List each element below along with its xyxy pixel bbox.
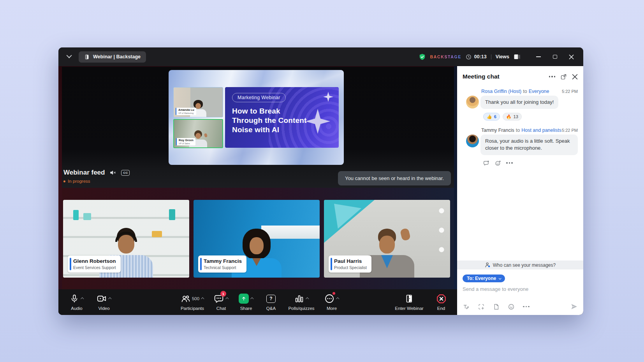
close-chat-icon[interactable] — [572, 74, 578, 80]
desktop-background: Webinar | Backstage BACKSTAGE 00:13 View… — [0, 0, 644, 362]
participants-icon — [181, 294, 190, 304]
panelist-title: Technical Support — [204, 265, 242, 270]
waving-hand — [400, 228, 411, 241]
name-badge: Tammy Francis Technical Support — [198, 255, 246, 273]
maximize-button[interactable] — [550, 52, 560, 62]
preview-speaker-title: VP of Marketing — [178, 112, 194, 114]
video-button[interactable]: Video — [90, 293, 118, 311]
video-tile-paul: Paul Harris Product Specialist — [324, 200, 450, 278]
message-header: Tammy Francis to Host and panelists 5:22… — [463, 128, 578, 133]
message-sender: Rosa Griffin (Host) — [481, 89, 521, 94]
audio-button[interactable]: Audio — [63, 293, 90, 311]
panelist-title: Product Specialist — [334, 265, 367, 270]
closed-captions-icon[interactable]: CC — [121, 170, 130, 176]
bar-chart-icon — [294, 294, 304, 304]
compose-toolbar — [463, 303, 578, 310]
chevron-up-icon[interactable] — [201, 297, 204, 300]
webinar-feed-preview: Amanda Lu VP of Marketing Roy Green — [169, 70, 344, 165]
emoji-icon[interactable] — [508, 303, 515, 310]
person-privacy-icon — [485, 262, 491, 268]
slide-heading: How to Break Through the Content Noise w… — [232, 107, 312, 135]
compose-more-icon[interactable] — [523, 304, 530, 309]
chevron-down-icon — [499, 277, 501, 280]
message-recipient[interactable]: Host and panelists — [521, 128, 561, 133]
chevron-up-icon[interactable] — [108, 297, 111, 300]
meeting-timer: 00:13 — [474, 54, 487, 59]
message-bubble: Thank you all for joining today! — [480, 96, 558, 109]
reaction-fire[interactable]: 🔥 13 — [503, 113, 522, 121]
recipient-selector[interactable]: To: Everyone — [463, 275, 505, 282]
in-progress-dot — [63, 180, 65, 182]
share-button[interactable]: Share — [234, 293, 259, 311]
chat-button[interactable]: 1 Chat — [209, 293, 234, 311]
chevron-up-icon[interactable] — [306, 297, 309, 300]
meeting-chat-panel: Meeting chat Rosa Griffin (Host) to Ever… — [457, 66, 583, 315]
control-toolbar: Audio Video — [58, 289, 457, 315]
polls-quizzes-button[interactable]: Polls/quizzes — [283, 293, 319, 311]
slide-pill: Marketing Webinar — [232, 93, 286, 102]
layout-views-icon[interactable] — [514, 54, 521, 60]
tab-webinar-backstage[interactable]: Webinar | Backstage — [79, 51, 146, 63]
minimize-button[interactable] — [533, 52, 544, 62]
send-icon — [570, 303, 578, 310]
slide-preview: Marketing Webinar How to Break Through t… — [225, 87, 339, 148]
chevron-up-icon[interactable] — [250, 297, 253, 300]
clock-icon — [466, 54, 472, 60]
in-progress-label: In progress — [68, 179, 90, 184]
privacy-label: Who can see your messages? — [493, 262, 556, 268]
message-recipient[interactable]: Everyone — [529, 89, 549, 94]
views-label[interactable]: Views — [496, 54, 509, 59]
cannot-be-seen-toast: You cannot be seen or heard in the webin… — [338, 171, 451, 185]
attach-file-icon[interactable] — [493, 303, 500, 310]
message-more-icon[interactable] — [506, 161, 513, 165]
preview-speaker-name: Roy Green — [179, 139, 194, 142]
avatar — [466, 96, 479, 108]
panelist-title: Event Services Support — [73, 265, 116, 270]
more-button[interactable]: More — [319, 293, 344, 311]
preview-speaker-roy: Roy Green VP of Sales — [173, 119, 223, 148]
name-badge: Paul Harris Product Specialist — [329, 255, 371, 273]
more-notification-dot — [333, 292, 335, 295]
chevron-down-icon[interactable] — [67, 53, 72, 58]
preview-speaker-title: VP of Sales — [179, 142, 194, 145]
message-time: 5:22 PM — [562, 89, 578, 94]
preview-speaker-amanda: Amanda Lu VP of Marketing — [173, 87, 223, 117]
participants-button[interactable]: 500 Participants — [176, 293, 209, 311]
close-button[interactable] — [566, 52, 576, 62]
add-reaction-icon[interactable] — [494, 160, 501, 166]
video-tile-tammy: Tammy Francis Technical Support — [194, 200, 320, 278]
enter-webinar-button[interactable]: Enter Webinar — [388, 293, 431, 311]
speaker-muted-icon[interactable] — [109, 170, 116, 176]
webinar-window: Webinar | Backstage BACKSTAGE 00:13 View… — [58, 47, 583, 315]
chevron-up-icon[interactable] — [225, 297, 229, 300]
camera-icon — [97, 294, 107, 304]
quote-reply-icon[interactable] — [483, 160, 490, 166]
send-button[interactable] — [570, 303, 578, 310]
message-bubble: Rosa, your audio is a little soft. Speak… — [480, 135, 578, 155]
chat-unread-badge: 1 — [220, 291, 226, 297]
pop-out-icon[interactable] — [560, 73, 567, 80]
share-icon — [239, 294, 249, 304]
panelist-name: Paul Harris — [334, 258, 367, 264]
title-bar: Webinar | Backstage BACKSTAGE 00:13 View… — [58, 47, 583, 66]
qa-button[interactable]: ? Q&A — [259, 293, 283, 311]
sparkle-graphic-small — [323, 92, 333, 102]
end-button[interactable]: End — [431, 293, 452, 311]
screen-capture-icon[interactable] — [478, 303, 485, 310]
message-time: 5:22 PM — [562, 128, 578, 133]
panelist-strip: Glenn Robertson Event Services Support T… — [58, 188, 457, 289]
microphone-icon — [70, 294, 79, 304]
chevron-up-icon[interactable] — [336, 297, 339, 300]
chat-more-icon[interactable] — [549, 74, 556, 79]
chevron-up-icon[interactable] — [81, 297, 84, 300]
avatar — [466, 135, 479, 147]
message-input[interactable]: Send a message to everyone — [463, 286, 578, 292]
preview-speaker-name: Amanda Lu — [178, 108, 194, 112]
message-sender: Tammy Francis — [481, 128, 514, 133]
format-text-icon[interactable] — [463, 303, 470, 310]
reaction-thumbs-up[interactable]: 👍 6 — [483, 113, 500, 121]
privacy-row[interactable]: Who can see your messages? — [457, 261, 583, 269]
message-header: Rosa Griffin (Host) to Everyone 5:22 PM — [463, 89, 578, 94]
more-options-icon — [324, 294, 334, 304]
backstage-badge: BACKSTAGE — [430, 54, 461, 59]
